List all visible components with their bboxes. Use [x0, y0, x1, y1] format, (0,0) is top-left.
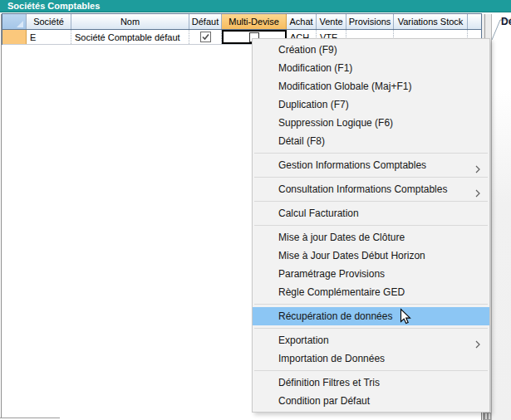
menu-item-consultation-informations-comptables[interactable]: Consultation Informations Comptables: [253, 180, 489, 198]
window-title: Sociétés Comptables: [7, 1, 100, 11]
menu-separator: [254, 177, 488, 178]
menu-item-label: Importation de Données: [278, 353, 385, 364]
corner-triangle-icon: [17, 21, 23, 27]
column-header-label: Provisions: [349, 17, 391, 27]
table-cell[interactable]: Société Comptable défaut: [71, 30, 189, 44]
menu-separator: [254, 201, 488, 202]
menu-item-mise-a-jour-dates-debut-horizon[interactable]: Mise à Jour Dates Début Horizon: [253, 247, 489, 265]
menu-item-exportation[interactable]: Exportation: [253, 331, 489, 349]
mouse-cursor-icon: [400, 308, 411, 325]
menu-item-label: Condition par Défaut: [278, 395, 370, 407]
menu-item-creation-f9[interactable]: Création (F9): [253, 41, 489, 59]
menu-item-recuperation-de-donnees[interactable]: Récupération de données: [253, 307, 489, 325]
menu-item-label: Exportation: [278, 335, 329, 346]
column-header-provisions[interactable]: Provisions: [346, 14, 394, 29]
table-header-row: SociétéNomDéfautMulti-DeviseAchatVentePr…: [2, 14, 481, 30]
menu-item-label: Calcul Facturation: [278, 208, 359, 219]
menu-separator: [254, 153, 488, 154]
menu-item-label: Suppression Logique (F6): [278, 117, 393, 129]
menu-item-condition-par-defaut[interactable]: Condition par Défaut: [253, 392, 489, 410]
column-header-label: Variations Stock: [398, 17, 464, 27]
menu-item-label: Modification (F1): [278, 62, 352, 74]
menu-item-label: Consultation Informations Comptables: [278, 183, 447, 195]
window-title-bar: Sociétés Comptables: [0, 0, 511, 12]
cell-defaut-checkbox[interactable]: [189, 30, 222, 44]
menu-item-importation-de-donnees[interactable]: Importation de Données: [253, 349, 489, 368]
submenu-arrow-icon: [475, 185, 480, 198]
column-header-label: Défaut: [192, 17, 219, 27]
app-window: Sociétés Comptables Dé SociétéNomDéfautM…: [0, 0, 511, 420]
menu-item-label: Paramétrage Provisions: [278, 268, 385, 280]
window-bottom-border: [0, 418, 60, 418]
column-header-societe[interactable]: Société: [27, 14, 71, 29]
menu-item-label: Modification Globale (Maj+F1): [278, 81, 411, 92]
context-menu: Création (F9)Modification (F1)Modificati…: [252, 38, 490, 413]
scrollbar-bottom-grip[interactable]: [483, 413, 491, 420]
window-left-border: [1, 14, 2, 418]
menu-item-calcul-facturation[interactable]: Calcul Facturation: [253, 204, 489, 222]
menu-item-modification-f1[interactable]: Modification (F1): [253, 59, 489, 77]
menu-item-modification-globale-maj-f1[interactable]: Modification Globale (Maj+F1): [253, 77, 489, 95]
table-corner-cell: [2, 14, 27, 29]
menu-item-gestion-informations-comptables[interactable]: Gestion Informations Comptables: [253, 156, 489, 174]
row-selector-cell[interactable]: [2, 30, 27, 44]
table-header-filler: [468, 14, 481, 29]
menu-item-label: Mise à Jour Dates Début Horizon: [278, 250, 425, 261]
column-header-label: Multi-Devise: [228, 17, 279, 27]
column-header-label: Vente: [319, 17, 342, 27]
column-header-label: Société: [33, 17, 64, 27]
tab-de[interactable]: Dé: [501, 16, 511, 27]
column-header-vente[interactable]: Vente: [317, 14, 346, 29]
column-header-label: Nom: [120, 17, 140, 27]
menu-item-suppression-logique-f6[interactable]: Suppression Logique (F6): [253, 114, 489, 132]
column-header-achat[interactable]: Achat: [287, 14, 317, 29]
table-cell[interactable]: E: [27, 30, 71, 44]
menu-item-regle-complementaire-ged[interactable]: Règle Complémentaire GED: [253, 283, 489, 301]
column-header-variations-stock[interactable]: Variations Stock: [394, 14, 468, 29]
menu-item-parametrage-provisions[interactable]: Paramétrage Provisions: [253, 265, 489, 283]
menu-item-mise-a-jour-dates-de-cloture[interactable]: Mise à jour Dates de Clôture: [253, 228, 489, 247]
menu-separator: [254, 370, 488, 371]
right-panel: [492, 13, 511, 420]
column-header-defaut[interactable]: Défaut: [189, 14, 222, 29]
menu-item-label: Règle Complémentaire GED: [278, 286, 405, 298]
menu-separator: [254, 304, 488, 305]
menu-item-label: Mise à jour Dates de Clôture: [278, 232, 405, 243]
menu-item-label: Définition Filtres et Tris: [278, 377, 380, 388]
submenu-arrow-icon: [475, 161, 480, 174]
column-header-multi-devise[interactable]: Multi-Devise: [222, 14, 287, 29]
submenu-arrow-icon: [475, 336, 480, 349]
menu-item-label: Récupération de données: [278, 310, 392, 322]
menu-item-duplication-f7[interactable]: Duplication (F7): [253, 95, 489, 114]
menu-item-definition-filtres-et-tris[interactable]: Définition Filtres et Tris: [253, 374, 489, 392]
menu-separator: [254, 225, 488, 226]
menu-item-label: Création (F9): [278, 44, 337, 56]
column-header-label: Achat: [289, 17, 312, 27]
checkbox-checked-icon: [200, 32, 211, 42]
menu-item-label: Détail (F8): [278, 135, 325, 147]
menu-separator: [254, 328, 488, 329]
menu-item-detail-f8[interactable]: Détail (F8): [253, 132, 489, 150]
column-header-nom[interactable]: Nom: [71, 14, 189, 29]
menu-item-label: Duplication (F7): [278, 99, 349, 110]
menu-item-label: Gestion Informations Comptables: [278, 159, 426, 171]
